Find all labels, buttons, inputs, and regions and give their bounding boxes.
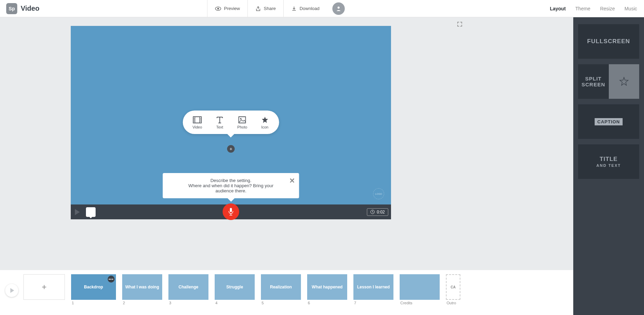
hint-line-2: Where and when did it happen? Bring your…	[182, 183, 280, 193]
add-text-button[interactable]: Text	[215, 115, 224, 129]
slide-number: 3	[168, 301, 208, 305]
header-bar: Sp Video Preview Share Download Layout T…	[0, 0, 644, 17]
playback-bar: 0:02	[71, 204, 391, 219]
add-video-button[interactable]: Video	[193, 115, 202, 129]
layout-fullscreen[interactable]: FULLSCREEN	[578, 24, 639, 59]
timeline-play-button[interactable]	[5, 284, 18, 297]
app-title: Video	[21, 4, 39, 12]
layout-splitscreen[interactable]: SPLITSCREEN	[578, 64, 639, 99]
play-button[interactable]	[75, 209, 80, 215]
logo-placeholder[interactable]: LOGO	[373, 188, 384, 199]
user-avatar-button[interactable]	[332, 2, 345, 15]
star-icon	[260, 115, 269, 124]
user-icon	[335, 6, 342, 12]
add-content-popup: Video Text Photo Icon	[183, 111, 279, 134]
slide-what-happened[interactable]: What happened	[307, 274, 347, 300]
slide-credits[interactable]	[400, 274, 440, 300]
layout-panel: FULLSCREEN SPLITSCREEN CAPTION TITLEAND …	[573, 17, 644, 315]
slide-number: Credits	[400, 301, 440, 305]
narration-hint: ✕ Describe the setting. Where and when d…	[163, 173, 299, 198]
svg-rect-14	[230, 208, 232, 212]
eye-icon	[215, 7, 221, 11]
slide-number: 6	[307, 301, 347, 305]
notes-button[interactable]	[86, 207, 96, 217]
expand-icon[interactable]	[457, 22, 462, 27]
add-element-button[interactable]: +	[227, 145, 235, 153]
slide-backdrop[interactable]: •••Backdrop	[71, 274, 116, 300]
sp-logo[interactable]: Sp	[6, 3, 17, 14]
svg-rect-12	[239, 117, 246, 123]
layout-caption[interactable]: CAPTION	[578, 104, 639, 139]
svg-point-1	[217, 8, 219, 9]
star-preview	[609, 64, 640, 99]
slide-what-i-was-doing[interactable]: What I was doing	[122, 274, 162, 300]
tab-layout[interactable]: Layout	[550, 6, 566, 11]
add-slide-button[interactable]: +	[23, 274, 65, 300]
record-mic-button[interactable]	[223, 203, 239, 220]
slide-outro[interactable]: CA	[446, 274, 460, 300]
slide-lesson-learned[interactable]: Lesson I learned	[353, 274, 393, 300]
slide-number: 4	[215, 301, 255, 305]
tab-resize[interactable]: Resize	[600, 6, 615, 11]
canvas-area: Video Text Photo Icon + ✕ Describe the s…	[71, 26, 391, 219]
preview-button[interactable]: Preview	[207, 0, 247, 17]
add-photo-button[interactable]: Photo	[237, 115, 247, 129]
svg-point-13	[240, 118, 242, 120]
close-icon[interactable]: ✕	[289, 176, 295, 185]
slide-canvas[interactable]: Video Text Photo Icon + ✕ Describe the s…	[71, 26, 391, 204]
slide-number: 2	[122, 301, 162, 305]
download-button[interactable]: Download	[283, 0, 327, 17]
slide-struggle[interactable]: Struggle	[215, 274, 255, 300]
svg-point-2	[338, 7, 340, 9]
layout-title-text[interactable]: TITLEAND TEXT	[578, 144, 639, 179]
slide-number: 5	[261, 301, 301, 305]
add-icon-button[interactable]: Icon	[260, 115, 269, 129]
logo-area: Sp Video	[0, 3, 39, 14]
video-icon	[193, 115, 202, 124]
download-icon	[291, 6, 297, 11]
hint-line-1: Describe the setting.	[182, 178, 280, 183]
slide-number: 7	[353, 301, 393, 305]
text-icon	[215, 115, 224, 124]
outro-label: Outro	[446, 301, 460, 305]
star-outline-icon	[619, 76, 629, 87]
photo-icon	[238, 115, 247, 124]
tab-theme[interactable]: Theme	[575, 6, 591, 11]
timeline: + •••Backdrop1 What I was doing2 Challen…	[0, 270, 644, 315]
tab-music[interactable]: Music	[624, 6, 637, 11]
share-icon	[255, 6, 261, 11]
header-tabs: Layout Theme Resize Music	[550, 6, 637, 11]
slide-realization[interactable]: Realization	[261, 274, 301, 300]
clock-icon	[370, 210, 375, 214]
play-icon	[10, 288, 14, 293]
microphone-icon	[228, 208, 234, 216]
share-button[interactable]: Share	[247, 0, 283, 17]
slide-more-icon[interactable]: •••	[108, 276, 115, 283]
slides-strip: •••Backdrop1 What I was doing2 Challenge…	[71, 274, 460, 305]
header-actions: Preview Share Download	[207, 0, 345, 17]
duration-badge[interactable]: 0:02	[367, 208, 388, 216]
slide-number: 1	[71, 301, 116, 305]
slide-challenge[interactable]: Challenge	[168, 274, 208, 300]
